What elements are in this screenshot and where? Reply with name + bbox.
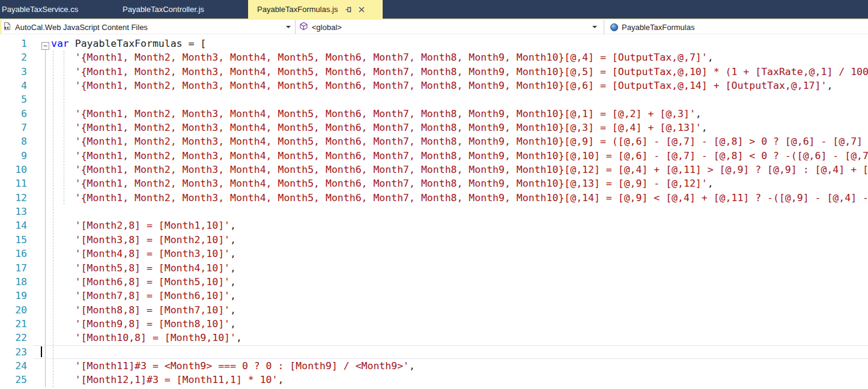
- line-number: 9: [0, 149, 34, 163]
- code-rows: 1var PayableTaxFormulas = [−2 '{Month1, …: [0, 34, 868, 387]
- code-line[interactable]: 12 '{Month1, Month2, Month3, Month4, Mon…: [0, 191, 868, 205]
- code-text: '[Month8,8] = [Month7,10]',: [34, 303, 236, 317]
- code-text: '{Month1, Month2, Month3, Month4, Month5…: [34, 121, 708, 134]
- code-line[interactable]: 14 '[Month2,8] = [Month1,10]',: [0, 219, 868, 232]
- pin-icon[interactable]: [345, 5, 353, 14]
- code-line[interactable]: 10 '{Month1, Month2, Month3, Month4, Mon…: [0, 163, 868, 176]
- divider: [295, 20, 296, 34]
- code-line[interactable]: 15 '[Month3,8] = [Month2,10]',: [0, 233, 868, 247]
- collapse-toggle-icon[interactable]: −: [41, 42, 49, 50]
- code-text: '[Month6,8] = [Month5,10]',: [34, 275, 236, 289]
- line-number: 16: [0, 247, 34, 261]
- text-caret: [41, 346, 42, 357]
- code-text: '{Month1, Month2, Month3, Month4, Month5…: [34, 176, 714, 190]
- chevron-down-icon[interactable]: [286, 26, 291, 28]
- line-number: 22: [0, 331, 34, 345]
- line-number: 5: [0, 92, 34, 106]
- line-number: 18: [0, 275, 34, 289]
- code-line[interactable]: 18 '[Month6,8] = [Month5,10]',: [0, 275, 868, 289]
- code-line[interactable]: 6 '{Month1, Month2, Month3, Month4, Mont…: [0, 107, 868, 121]
- line-number: 6: [0, 107, 34, 121]
- tab-label: PayableTaxFormulas.js: [257, 5, 338, 14]
- code-line[interactable]: 7 '{Month1, Month2, Month3, Month4, Mont…: [0, 121, 868, 134]
- code-line[interactable]: 9 '{Month1, Month2, Month3, Month4, Mont…: [0, 149, 868, 163]
- line-number: 13: [0, 205, 34, 219]
- code-text: '[Month2,8] = [Month1,10]',: [34, 219, 236, 232]
- code-text: '[Month12,1]#3 = [Month11,1] * 10',: [34, 373, 284, 387]
- line-number: 2: [0, 50, 34, 64]
- code-line[interactable]: 16 '[Month4,8] = [Month3,10]',: [0, 247, 868, 261]
- code-line[interactable]: 25 '[Month12,1]#3 = [Month11,1] * 10',: [0, 373, 868, 387]
- tab-payabletaxformulas-active[interactable]: PayableTaxFormulas.js: [248, 0, 383, 19]
- code-line[interactable]: 2 '{Month1, Month2, Month3, Month4, Mont…: [0, 50, 868, 64]
- document-tab-bar: PayableTaxService.cs PayableTaxControlle…: [0, 0, 868, 19]
- line-number: 10: [0, 163, 34, 176]
- code-text: '[Month5,8] = [Month4,10]',: [34, 261, 236, 275]
- code-text: '[Month11]#3 = <Month9> === 0 ? 0 : [Mon…: [34, 359, 415, 373]
- code-line[interactable]: 11 '{Month1, Month2, Month3, Month4, Mon…: [0, 176, 868, 190]
- project-dropdown[interactable]: AutoCal.Web JavaScript Content Files: [2, 20, 148, 34]
- line-number: 19: [0, 289, 34, 303]
- code-line[interactable]: 4 '{Month1, Month2, Month3, Month4, Mont…: [0, 79, 868, 92]
- close-icon[interactable]: [358, 6, 365, 13]
- chevron-down-icon[interactable]: [592, 26, 597, 28]
- code-line[interactable]: 22 '[Month10,8] = [Month9,10]',: [0, 331, 868, 345]
- line-number: 12: [0, 191, 34, 205]
- line-number: 23: [0, 345, 34, 359]
- scope-dropdown-label: <global>: [312, 23, 342, 32]
- code-text: '{Month1, Month2, Month3, Month4, Month5…: [34, 50, 714, 64]
- code-line[interactable]: 24 '[Month11]#3 = <Month9> === 0 ? 0 : […: [0, 359, 868, 373]
- line-number: 7: [0, 121, 34, 134]
- code-line[interactable]: 8 '{Month1, Month2, Month3, Month4, Mont…: [0, 134, 868, 148]
- tab-payabletaxservice[interactable]: PayableTaxService.cs: [0, 0, 105, 19]
- code-text: '{Month1, Month2, Month3, Month4, Month5…: [34, 107, 702, 121]
- tab-label: PayableTaxService.cs: [2, 5, 78, 14]
- code-line[interactable]: 1var PayableTaxFormulas = [−: [0, 37, 868, 50]
- code-line[interactable]: 17 '[Month5,8] = [Month4,10]',: [0, 261, 868, 275]
- navigation-bar: AutoCal.Web JavaScript Content Files <gl…: [0, 20, 868, 34]
- code-text: '{Month1, Month2, Month3, Month4, Month5…: [34, 149, 868, 163]
- line-number: 11: [0, 176, 34, 190]
- divider: [604, 20, 604, 34]
- code-editor[interactable]: 1var PayableTaxFormulas = [−2 '{Month1, …: [0, 34, 868, 389]
- member-sphere-icon: [610, 23, 618, 31]
- code-text: '{Month1, Month2, Month3, Month4, Month5…: [34, 134, 868, 148]
- line-number: 25: [0, 373, 34, 387]
- code-text: '[Month9,8] = [Month8,10]',: [34, 317, 236, 331]
- code-line[interactable]: 5: [0, 92, 868, 106]
- code-text: '{Month1, Month2, Month3, Month4, Month5…: [34, 191, 868, 205]
- line-number: 14: [0, 219, 34, 232]
- code-line[interactable]: 21 '[Month9,8] = [Month8,10]',: [0, 317, 868, 331]
- code-text: '[Month4,8] = [Month3,10]',: [34, 247, 236, 261]
- code-text: '{Month1, Month2, Month3, Month4, Month5…: [34, 65, 868, 79]
- line-number: 21: [0, 317, 34, 331]
- namespace-cube-icon: [299, 22, 308, 32]
- tab-payabletaxcontroller[interactable]: PayableTaxController.js: [107, 0, 245, 19]
- line-number: 17: [0, 261, 34, 275]
- code-line[interactable]: 20 '[Month8,8] = [Month7,10]',: [0, 303, 868, 317]
- line-number: 24: [0, 359, 34, 373]
- code-text: '[Month7,8] = [Month6,10]',: [34, 289, 236, 303]
- member-dropdown-label: PayableTaxFormulas: [622, 23, 694, 32]
- line-number: 1: [0, 37, 34, 50]
- code-line[interactable]: 23: [0, 345, 868, 359]
- code-text: var PayableTaxFormulas = [: [34, 37, 206, 50]
- code-text: '{Month1, Month2, Month3, Month4, Month5…: [34, 79, 833, 92]
- code-line[interactable]: 19 '[Month7,8] = [Month6,10]',: [0, 289, 868, 303]
- line-number: 4: [0, 79, 34, 92]
- code-text: '[Month3,8] = [Month2,10]',: [34, 233, 236, 247]
- line-number: 8: [0, 134, 34, 148]
- line-number: 15: [0, 233, 34, 247]
- code-text: '[Month10,8] = [Month9,10]',: [34, 331, 242, 345]
- line-number: 20: [0, 303, 34, 317]
- code-line[interactable]: 13: [0, 205, 868, 219]
- code-line[interactable]: 3 '{Month1, Month2, Month3, Month4, Mont…: [0, 65, 868, 79]
- code-text: '{Month1, Month2, Month3, Month4, Month5…: [34, 163, 868, 176]
- scope-dropdown[interactable]: <global>: [299, 20, 342, 34]
- js-content-files-icon: [2, 22, 11, 32]
- tab-label: PayableTaxController.js: [123, 5, 204, 14]
- member-dropdown[interactable]: PayableTaxFormulas: [610, 20, 694, 34]
- document-well-edge: [0, 20, 2, 34]
- project-dropdown-label: AutoCal.Web JavaScript Content Files: [15, 23, 148, 32]
- line-number: 3: [0, 65, 34, 79]
